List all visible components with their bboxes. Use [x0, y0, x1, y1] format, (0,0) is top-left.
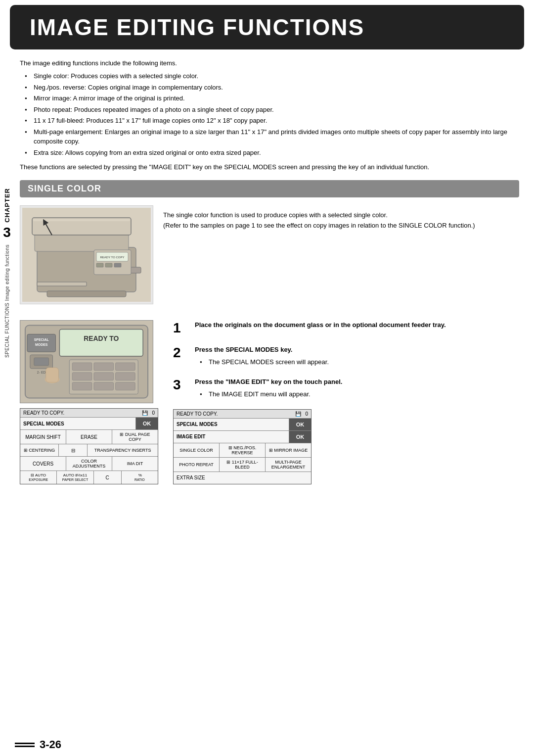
page-header: IMAGE EDITING FUNCTIONS: [10, 5, 524, 49]
svg-rect-35: [94, 382, 114, 390]
svg-rect-30: [116, 363, 135, 371]
step-2-bullet-1: The SPECIAL MODES screen will appear.: [200, 357, 519, 367]
ui-row-tools: MARGIN SHIFT ERASE ⊞ DUAL PAGE COPY: [20, 430, 158, 444]
bottom-right-content: 1 Place the originals on the document gl…: [173, 320, 519, 484]
ui-cell-ok-r1[interactable]: OK: [289, 419, 311, 430]
bullet-item: Neg./pos. reverse: Copies original image…: [25, 83, 519, 93]
intro-section: The image editing functions include the …: [20, 58, 519, 172]
bullet-item: Mirror image: A mirror image of the orig…: [25, 94, 519, 103]
section-body: READY TO COPY The single color function …: [20, 205, 519, 310]
ui-cell-sp-modes-r[interactable]: SPECIAL MODES: [174, 419, 289, 430]
ui-screen-right: READY TO COPY. 💾 0 SPECIAL MODES OK IMAG…: [173, 409, 312, 484]
step-3-title: Press the "IMAGE EDIT" key on the touch …: [195, 377, 519, 387]
ui-cell-image-edit[interactable]: IMA DIT: [112, 457, 158, 471]
svg-text:READY TO: READY TO: [84, 335, 119, 343]
ui-row-image-edit-r: IMAGE EDIT OK: [174, 431, 311, 443]
ui-row-special-modes: SPECIAL MODES OK: [20, 418, 158, 430]
section1-description: The single color function is used to pro…: [163, 210, 519, 221]
step-3: 3 Press the "IMAGE EDIT" key on the touc…: [173, 377, 519, 399]
step-1-title: Place the originals on the document glas…: [195, 320, 519, 330]
page-title: IMAGE EDITING FUNCTIONS: [30, 14, 504, 41]
status-text-right: READY TO COPY.: [177, 411, 218, 417]
ui-row-extra-r: EXTRA SIZE: [174, 472, 311, 484]
svg-rect-34: [72, 382, 92, 390]
chapter-number: 3: [3, 225, 11, 240]
ui-screen-left-container: READY TO COPY. 💾 0 SPECIAL MODES OK MARG…: [20, 408, 163, 484]
svg-rect-31: [72, 373, 92, 380]
ui-cell-special-modes[interactable]: SPECIAL MODES: [20, 418, 136, 429]
step-3-content: Press the "IMAGE EDIT" key on the touch …: [195, 377, 519, 399]
ui-cell-image-edit-r[interactable]: IMAGE EDIT: [174, 431, 289, 443]
svg-rect-28: [72, 363, 92, 371]
status-icon-right: 💾 0: [295, 411, 308, 417]
svg-rect-36: [116, 382, 135, 390]
svg-text:SPECIAL: SPECIAL: [34, 338, 49, 342]
ui-cell-single-color[interactable]: SINGLE COLOR: [174, 443, 220, 457]
ui-screen-right-container: READY TO COPY. 💾 0 SPECIAL MODES OK IMAG…: [173, 409, 519, 484]
bullet-item: Multi-page enlargement: Enlarges an orig…: [25, 127, 519, 146]
ui-cell-neg-pos[interactable]: ⊞ NEG./POS. REVERSE: [220, 443, 266, 457]
step-2-content: Press the SPECIAL MODES key. The SPECIAL…: [195, 345, 519, 367]
step-2: 2 Press the SPECIAL MODES key. The SPECI…: [173, 345, 519, 367]
ui-cell-multipage[interactable]: MULTI-PAGE ENLARGEMENT: [266, 458, 311, 472]
main-content: The image editing functions include the …: [15, 58, 519, 484]
svg-text:MODES: MODES: [35, 343, 48, 347]
ui-cell-margin-shift[interactable]: MARGIN SHIFT: [20, 430, 66, 444]
footer-line-1: [15, 743, 35, 744]
ui-cell-fullbleed[interactable]: ⊞ 11×17 FULL-BLEED: [220, 458, 266, 472]
ui-cell-erase[interactable]: ERASE: [66, 430, 112, 444]
control-panel-svg: READY TO SPECIAL MODES 2- ED: [20, 320, 153, 403]
page-container: IMAGE EDITING FUNCTIONS CHAPTER 3 SPECIA…: [0, 5, 534, 756]
svg-rect-13: [37, 282, 87, 286]
chapter-side-text: SPECIAL FUNCTIONS Image editing function…: [4, 244, 10, 358]
svg-rect-17: [59, 330, 143, 357]
ui-cell-transparency[interactable]: TRANSPARENCY INSERTS: [88, 444, 158, 456]
step-1-content: Place the originals on the document glas…: [195, 320, 519, 332]
step-2-bullets: The SPECIAL MODES screen will appear.: [195, 357, 519, 367]
svg-rect-33: [116, 373, 135, 380]
intro-lead: The image editing functions include the …: [20, 58, 519, 68]
ui-cell-paper-select[interactable]: AUTO 8½x11PAPER SELECT: [57, 471, 93, 484]
svg-rect-14: [47, 291, 126, 297]
ui-cell-exposure[interactable]: ⊟ AUTOEXPOSURE: [20, 471, 57, 484]
ui-cell-color-adj[interactable]: COLOR ADJUSTMENTS: [66, 457, 112, 471]
footer-line-2: [15, 746, 35, 747]
ui-cell-photo-repeat[interactable]: PHOTO REPEAT: [174, 458, 220, 472]
section1-note: (Refer to the samples on page 1 to see t…: [163, 221, 519, 231]
ui-row-centering: ⊞ CENTERING ⊟ TRANSPARENCY INSERTS: [20, 444, 158, 457]
ui-row-bottom: ⊟ AUTOEXPOSURE AUTO 8½x11PAPER SELECT C …: [20, 471, 158, 484]
ui-cell-ratio[interactable]: %RATIO: [122, 471, 158, 484]
sidebar-chapter: CHAPTER 3 SPECIAL FUNCTIONS Image editin…: [0, 188, 14, 358]
ui-cell-covers[interactable]: COVERS: [20, 457, 66, 471]
ui-row-covers: COVERS COLOR ADJUSTMENTS IMA DIT: [20, 457, 158, 471]
ui-cell-mirror[interactable]: ⊞ MIRROR IMAGE: [266, 443, 311, 457]
status-icon-left: 💾 0: [142, 410, 155, 416]
ui-cell-centering[interactable]: ⊞ CENTERING: [20, 444, 59, 456]
page-footer: 3-26: [15, 738, 61, 751]
step-2-number: 2: [173, 346, 187, 360]
step-3-bullets: The IMAGE EDIT menu will appear.: [195, 389, 519, 399]
bullet-item: Single color: Produces copies with a sel…: [25, 71, 519, 81]
ui-cell-c[interactable]: C: [94, 471, 122, 484]
chapter-label: CHAPTER: [3, 188, 11, 223]
intro-note: These functions are selected by pressing…: [20, 162, 519, 172]
step-2-title: Press the SPECIAL MODES key.: [195, 345, 519, 355]
status-text-left: READY TO COPY.: [23, 410, 64, 416]
control-panel-image: READY TO SPECIAL MODES 2- ED: [20, 320, 153, 403]
ui-cell-dual-page[interactable]: ⊞ DUAL PAGE COPY: [112, 430, 158, 444]
section-right: The single color function is used to pro…: [163, 205, 519, 310]
bottom-panels: READY TO SPECIAL MODES 2- ED: [20, 320, 519, 484]
svg-rect-11: [105, 263, 112, 267]
ui-row-repeat-r: PHOTO REPEAT ⊞ 11×17 FULL-BLEED MULTI-PA…: [174, 458, 311, 472]
svg-rect-12: [114, 263, 121, 267]
section1-header: SINGLE COLOR: [20, 180, 519, 197]
section-left: READY TO COPY: [20, 205, 153, 310]
ui-cell-extra-size[interactable]: EXTRA SIZE: [174, 472, 311, 484]
ui-cell-ok-1[interactable]: OK: [136, 418, 158, 429]
ui-status-bar-left: READY TO COPY. 💾 0: [20, 409, 158, 418]
ui-cell-ok-r2[interactable]: OK: [289, 431, 311, 443]
ui-row-colors-r: SINGLE COLOR ⊞ NEG./POS. REVERSE ⊞ MIRRO…: [174, 443, 311, 458]
bottom-left-panels: READY TO SPECIAL MODES 2- ED: [20, 320, 163, 484]
bullet-item: Photo repeat: Produces repeated images o…: [25, 105, 519, 115]
step-3-bullet-1: The IMAGE EDIT menu will appear.: [200, 389, 519, 399]
